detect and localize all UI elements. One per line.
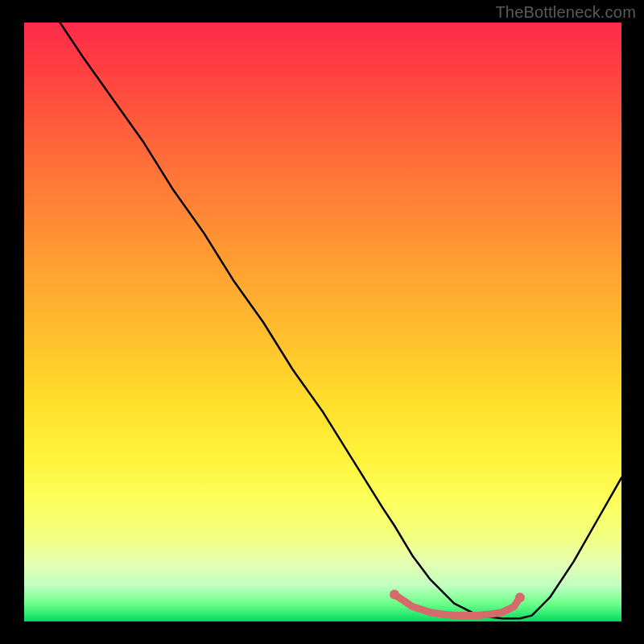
bottleneck-curve-path xyxy=(60,23,622,618)
plot-container xyxy=(24,23,621,621)
optimal-range-dots xyxy=(390,590,525,603)
watermark-text: TheBottleneck.com xyxy=(495,3,636,22)
curve-overlay xyxy=(24,23,621,621)
optimal-range-endpoint-dot xyxy=(390,590,399,600)
chart-frame: TheBottleneck.com xyxy=(0,0,644,644)
optimal-range-endpoint-dot xyxy=(515,592,525,602)
